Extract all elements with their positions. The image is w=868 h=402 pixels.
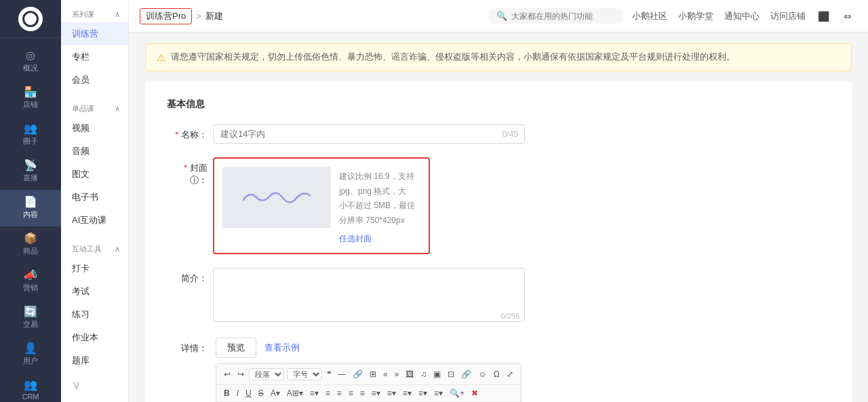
tb-line-height[interactable]: ≡▾ [416,388,429,399]
cover-upload-area[interactable]: 建议比例 16:9，支持 jpg、png 格式，大 小不超过 5MB，最佳分辨率… [213,157,430,254]
sub-item-practice[interactable]: 练习 [61,303,128,326]
sidebar-item-marketing[interactable]: 📣 营销 [0,263,61,300]
tb-paragraph-select[interactable]: 段落 [249,368,284,380]
tools-collapse-icon: ∧ [115,245,120,254]
example-link[interactable]: 查看示例 [264,342,300,354]
sub-item-member[interactable]: 会员 [61,68,128,92]
tb-italic[interactable]: I [235,388,241,399]
tb-list2[interactable]: ≡▾ [432,388,445,399]
content-area: ⚠ 请您遵守国家相关规定，切勿上传低俗色情、暴力恐怖、谣言诈骗、侵权盗版等相关内… [129,33,868,402]
topbar-link-notifications[interactable]: 通知中心 [724,10,760,22]
form-card: 基本信息 * 名称： 0/45 * 封面 [145,82,852,402]
tb-list-unordered[interactable]: ≡▾ [401,388,414,399]
sub-item-video[interactable]: 视频 [61,117,128,140]
preview-button[interactable]: 预览 [216,338,256,358]
sub-item-ebook[interactable]: 电子书 [61,186,128,209]
tb-font-color[interactable]: A▾ [269,388,282,399]
sidebar-item-live[interactable]: 📡 直播 [0,153,61,190]
search-input[interactable] [511,12,606,21]
breadcrumb: 训练营Pro > 新建 [140,8,480,24]
tb-list-ordered[interactable]: ≡▾ [385,388,398,399]
series-header[interactable]: 系列课 ∧ [61,7,128,22]
tb-underline[interactable]: U [243,388,254,399]
tb-undo[interactable]: ↩ [222,369,233,380]
cover-label-text: 封面 [190,163,208,173]
tb-redo[interactable]: ↪ [235,369,246,380]
tb-media2[interactable]: ⊡ [446,369,456,380]
topbar-link-visit-shop[interactable]: 访问店铺 [770,10,806,22]
sidebar-item-crm[interactable]: 👥 CRM [0,373,61,402]
breadcrumb-link[interactable]: 训练营Pro [140,8,192,24]
topbar-icon-screen[interactable]: ⬛ [814,7,833,26]
tools-expand-more[interactable]: ∨ [61,372,128,398]
search-icon: 🔍 [496,11,507,21]
tb-prev[interactable]: « [381,369,390,380]
intro-char-count: 0/256 [500,312,519,320]
tb-image[interactable]: 🖼 [403,369,416,380]
tb-indent[interactable]: ≡▾ [370,388,382,399]
sidebar-item-shop[interactable]: 🏪 店铺 [0,80,61,117]
tb-hr[interactable]: — [336,369,348,380]
intro-row: 简介： 0/256 [167,268,830,324]
topbar-search-box[interactable]: 🔍 [488,8,624,24]
name-required: * [175,129,178,140]
sidebar-label-shop: 店铺 [23,100,38,110]
tb-next[interactable]: » [393,369,401,380]
sidebar-item-trade[interactable]: 🔄 交易 [0,300,61,336]
tb-align-center[interactable]: ≡ [335,388,344,399]
sidebar-label-circle: 圈子 [23,136,38,146]
sub-item-camp[interactable]: 训练营 [61,22,128,45]
tb-emoji[interactable]: ☺ [476,369,488,380]
breadcrumb-separator: > [196,11,201,21]
name-label: * 名称： [167,124,208,141]
sidebar-item-products[interactable]: 📦 商品 [0,226,61,263]
tb-fullscreen[interactable]: ⤢ [505,369,515,380]
tb-link[interactable]: 🔗 [351,369,365,380]
user-icon: 👤 [24,343,37,354]
topbar-link-academy[interactable]: 小鹅学堂 [678,10,713,22]
name-input[interactable] [213,124,525,144]
tb-align-right[interactable]: ≡ [347,388,355,399]
sub-item-checkin[interactable]: 打卡 [61,257,128,280]
sub-item-exam[interactable]: 考试 [61,280,128,303]
sidebar-label-crm: CRM [22,393,39,401]
trade-icon: 🔄 [24,306,37,317]
tb-special-char[interactable]: Ω [492,369,502,380]
topbar-links: 小鹅社区 小鹅学堂 通知中心 访问店铺 [632,10,806,22]
intro-textarea[interactable] [213,268,525,322]
sidebar-label-products: 商品 [23,246,38,256]
tb-clear[interactable]: ✖ [469,388,480,399]
sub-item-audio[interactable]: 音频 [61,140,128,163]
tb-align-justify[interactable]: ≡ [358,388,367,399]
sidebar-item-overview[interactable]: ◎ 概况 [0,43,61,80]
tb-bold[interactable]: B [222,388,232,399]
tb-align-select[interactable]: ≡▾ [308,388,321,399]
cover-actions: 任选封面 [339,233,420,245]
sub-item-ai[interactable]: AI互动课 [61,209,128,232]
tb-video[interactable]: ▣ [431,369,443,380]
sub-item-graphic[interactable]: 图文 [61,163,128,186]
topbar-link-community[interactable]: 小鹅社区 [632,10,667,22]
tb-fontsize-select[interactable]: 字号 [287,368,322,380]
series-section: 系列课 ∧ 训练营 专栏 会员 [61,0,128,94]
sidebar-item-user[interactable]: 👤 用户 [0,336,61,373]
sidebar-item-content[interactable]: 📄 内容 [0,190,61,226]
tools-header[interactable]: 互动工具 ∧ [61,241,128,257]
tb-audio[interactable]: ♫ [418,369,429,380]
single-label: 单品课 [72,104,94,114]
tb-align-left[interactable]: ≡ [323,388,332,399]
tb-table[interactable]: ⊞ [368,369,378,380]
tb-quote[interactable]: ❝ [325,369,333,380]
tb-link2[interactable]: 🔗 [459,369,473,380]
tb-font-bg[interactable]: A⊞▾ [285,388,305,399]
cover-action-link[interactable]: 任选封面 [339,233,372,245]
sub-item-column[interactable]: 专栏 [61,45,128,68]
topbar-icon-expand[interactable]: ⇔ [838,7,857,26]
name-input-wrap: 0/45 [213,124,525,144]
tb-strikethrough[interactable]: S [256,388,266,399]
sub-item-question-bank[interactable]: 题库 [61,349,128,372]
sub-item-homework[interactable]: 作业本 [61,326,128,349]
tb-zoom-in[interactable]: 🔍+ [448,388,467,399]
single-header[interactable]: 单品课 ∧ [61,101,128,117]
sidebar-item-circle[interactable]: 👥 圈子 [0,117,61,153]
